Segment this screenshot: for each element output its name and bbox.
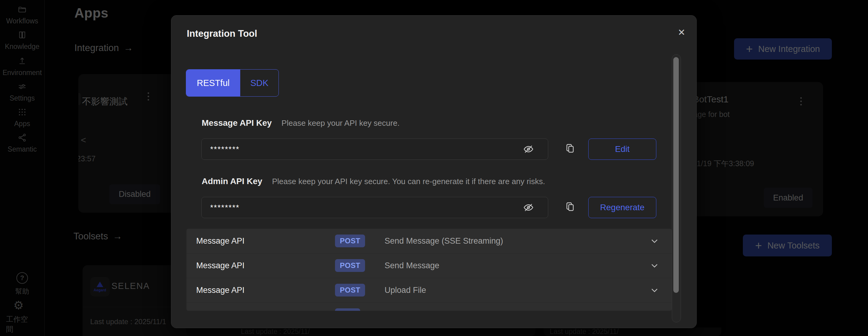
method-badge: POST <box>335 235 365 247</box>
api-endpoint-list: Message API POST Send Message (SSE Strea… <box>186 229 672 311</box>
app-root: Workflows Knowledge Environment Settings… <box>0 0 868 336</box>
message-api-key-label: Message API Key <box>202 118 272 128</box>
protocol-tabs: RESTful SDK <box>186 69 279 97</box>
api-name: Channel History <box>380 310 438 311</box>
chevron-down-icon[interactable] <box>650 261 659 270</box>
close-icon[interactable]: ✕ <box>674 25 689 40</box>
chevron-down-icon[interactable] <box>650 236 659 245</box>
regenerate-button[interactable]: Regenerate <box>588 197 656 218</box>
chevron-down-icon[interactable] <box>650 310 659 311</box>
api-group: Message API <box>186 261 335 270</box>
api-name: Send Message <box>384 261 439 270</box>
tab-sdk[interactable]: SDK <box>240 69 279 96</box>
api-row[interactable]: Message API POST Upload File <box>186 278 672 303</box>
copy-icon[interactable] <box>565 202 576 212</box>
modal-scrollbar-track[interactable] <box>672 54 681 322</box>
admin-api-key-label: Admin API Key <box>202 177 262 186</box>
eye-off-icon[interactable] <box>523 202 534 213</box>
api-row[interactable]: Message API POST Send Message <box>186 253 672 278</box>
method-badge: GET <box>335 308 360 311</box>
message-api-key-header: Message API Key Please keep your API key… <box>202 118 400 128</box>
modal-title: Integration Tool <box>187 28 257 39</box>
modal-scrollbar-thumb[interactable] <box>673 57 679 293</box>
copy-icon[interactable] <box>565 143 576 154</box>
api-group: Admin API <box>186 310 335 311</box>
message-api-key-hint: Please keep your API key secure. <box>282 119 400 128</box>
api-group: Message API <box>186 285 335 295</box>
api-name: Upload File <box>384 285 426 295</box>
chevron-down-icon[interactable] <box>650 285 659 295</box>
admin-api-key-header: Admin API Key Please keep your API key s… <box>202 177 545 186</box>
message-api-key-input[interactable] <box>202 139 548 160</box>
tab-restful[interactable]: RESTful <box>186 69 240 96</box>
api-name: Send Message (SSE Streaming) <box>384 236 503 246</box>
api-row[interactable]: Admin API GET Channel History <box>186 303 672 311</box>
eye-off-icon[interactable] <box>523 144 534 155</box>
admin-api-key-input[interactable] <box>202 197 548 218</box>
edit-button[interactable]: Edit <box>588 139 656 160</box>
api-row[interactable]: Message API POST Send Message (SSE Strea… <box>186 229 672 253</box>
integration-tool-modal: Integration Tool ✕ RESTful SDK Message A… <box>171 15 697 328</box>
api-group: Message API <box>186 236 335 246</box>
admin-api-key-hint: Please keep your API key secure. You can… <box>272 177 545 186</box>
method-badge: POST <box>335 284 365 297</box>
method-badge: POST <box>335 259 365 272</box>
